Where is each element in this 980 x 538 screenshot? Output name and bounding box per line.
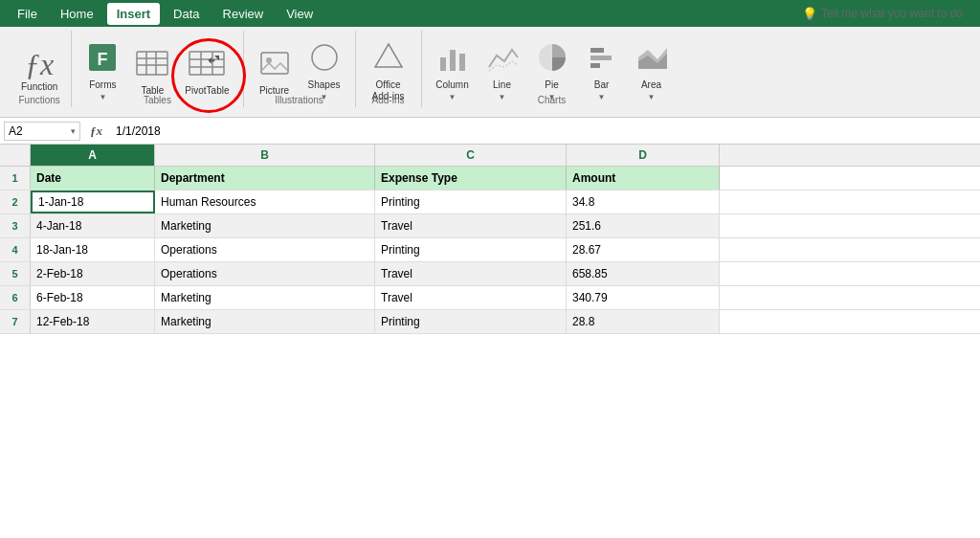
ribbon-group-addins: OfficeAdd-ins Add-ins [356, 31, 422, 107]
menu-data[interactable]: Data [164, 3, 209, 25]
row-num-4: 4 [0, 238, 31, 261]
tell-me-bar[interactable]: 💡 Tell me what you want to do [792, 7, 972, 21]
ribbon-group-charts: Column ▼ Line ▼ [422, 31, 682, 107]
cell-c6[interactable]: Travel [375, 286, 567, 309]
charts-group-label: Charts [538, 95, 566, 105]
cell-a3[interactable]: 4-Jan-18 [31, 214, 155, 237]
bar-chart-arrow: ▼ [598, 93, 606, 101]
cell-d2[interactable]: 34.8 [567, 191, 720, 213]
svg-point-15 [312, 45, 337, 70]
header-row: 1 Date Department Expense Type Amount [0, 167, 980, 191]
col-header-b[interactable]: B [155, 145, 375, 166]
table-row: 3 4-Jan-18 Marketing Travel 251.6 [0, 214, 980, 238]
pie-chart-button[interactable]: Pie ▼ [529, 38, 575, 103]
cell-c7[interactable]: Printing [375, 310, 567, 333]
bar-chart-label: Bar [594, 79, 610, 91]
menu-review[interactable]: Review [213, 3, 274, 25]
addins-group-label: Add-ins [372, 95, 405, 105]
cell-d5[interactable]: 658.85 [567, 262, 720, 285]
row-num-3: 3 [0, 214, 31, 237]
area-chart-button[interactable]: Area ▼ [629, 38, 675, 103]
forms-button[interactable]: F Forms ▼ [79, 38, 125, 103]
table-icon [135, 46, 169, 83]
cell-c3[interactable]: Travel [375, 214, 567, 237]
menu-file[interactable]: File [8, 3, 47, 25]
table-row: 5 2-Feb-18 Operations Travel 658.85 [0, 262, 980, 286]
cell-ref-value: A2 [9, 124, 23, 138]
menu-view[interactable]: View [277, 3, 323, 25]
header-cell-amount[interactable]: Amount [567, 167, 720, 190]
cell-d7[interactable]: 28.8 [567, 310, 720, 333]
col-header-d[interactable]: D [567, 145, 720, 166]
picture-button[interactable]: Picture [252, 44, 298, 99]
forms-arrow: ▼ [99, 93, 106, 101]
cell-d6[interactable]: 340.79 [567, 286, 720, 309]
line-chart-button[interactable]: Line ▼ [479, 38, 525, 103]
office-addins-icon [371, 40, 406, 78]
table-row: 7 12-Feb-18 Marketing Printing 28.8 [0, 310, 980, 334]
cell-reference-box[interactable]: A2 ▾ [4, 122, 80, 141]
header-cell-department[interactable]: Department [155, 167, 375, 190]
pivottable-button[interactable]: PivotTable [179, 44, 234, 99]
row-num-2: 2 [0, 191, 31, 213]
area-chart-arrow: ▼ [648, 93, 656, 101]
cell-b5[interactable]: Operations [155, 262, 375, 285]
forms-icon: F [85, 40, 120, 78]
column-chart-button[interactable]: Column ▼ [430, 38, 476, 103]
cell-d4[interactable]: 28.67 [567, 238, 720, 261]
ribbon-group-functions: ƒx Function Functions [8, 31, 72, 107]
ribbon-group-tables: F Forms ▼ [72, 31, 243, 107]
cell-d3[interactable]: 251.6 [567, 214, 720, 237]
area-chart-icon [635, 40, 669, 78]
pivottable-label: PivotTable [185, 85, 229, 97]
col-header-a[interactable]: A [31, 145, 155, 166]
line-chart-arrow: ▼ [499, 93, 506, 101]
header-cell-date[interactable]: Date [31, 167, 155, 190]
shapes-label: Shapes [308, 79, 341, 91]
svg-rect-23 [590, 63, 600, 68]
svg-rect-13 [261, 53, 288, 74]
column-headers: A B C D [0, 145, 980, 167]
bar-chart-button[interactable]: Bar ▼ [579, 38, 625, 103]
cell-a4[interactable]: 18-Jan-18 [31, 238, 155, 261]
cell-a6[interactable]: 6-Feb-18 [31, 286, 155, 309]
formula-input[interactable]: 1/1/2018 [112, 123, 976, 140]
area-chart-label: Area [641, 79, 661, 91]
shapes-button[interactable]: Shapes ▼ [301, 38, 347, 103]
menu-bar: File Home Insert Data Review View 💡 Tell… [0, 0, 980, 27]
cell-b3[interactable]: Marketing [155, 214, 375, 237]
cell-a2[interactable]: 1-Jan-18 [31, 191, 155, 213]
fx-icon: ƒx [25, 49, 54, 79]
menu-home[interactable]: Home [51, 3, 103, 25]
cell-a7[interactable]: 12-Feb-18 [31, 310, 155, 333]
cell-c5[interactable]: Travel [375, 262, 567, 285]
column-chart-label: Column [435, 79, 468, 91]
pivottable-icon [188, 46, 226, 83]
cell-c4[interactable]: Printing [375, 238, 567, 261]
picture-icon [257, 46, 292, 83]
row-num-6: 6 [0, 286, 31, 309]
function-button[interactable]: ƒx Function [15, 45, 63, 97]
cell-ref-dropdown-arrow[interactable]: ▾ [71, 126, 76, 136]
column-chart-icon [435, 40, 470, 78]
svg-rect-17 [440, 57, 446, 71]
table-row: 6 6-Feb-18 Marketing Travel 340.79 [0, 286, 980, 310]
table-button[interactable]: Table [129, 44, 175, 99]
cell-b4[interactable]: Operations [155, 238, 375, 261]
cell-a5[interactable]: 2-Feb-18 [31, 262, 155, 285]
corner-cell [0, 145, 31, 166]
table-row: 2 1-Jan-18 Human Resources Printing 34.8 [0, 191, 980, 214]
svg-rect-7 [189, 52, 224, 75]
header-cell-expense-type[interactable]: Expense Type [375, 167, 567, 190]
cell-b7[interactable]: Marketing [155, 310, 375, 333]
svg-rect-2 [137, 52, 167, 75]
col-header-c[interactable]: C [375, 145, 567, 166]
cell-b2[interactable]: Human Resources [155, 191, 375, 213]
pie-chart-label: Pie [545, 79, 558, 91]
row-num-1: 1 [0, 167, 31, 190]
spreadsheet: A B C D 1 Date Department Expense Type A… [0, 145, 980, 334]
cell-c2[interactable]: Printing [375, 191, 567, 213]
menu-insert[interactable]: Insert [107, 3, 160, 25]
svg-rect-22 [590, 56, 612, 60]
cell-b6[interactable]: Marketing [155, 286, 375, 309]
